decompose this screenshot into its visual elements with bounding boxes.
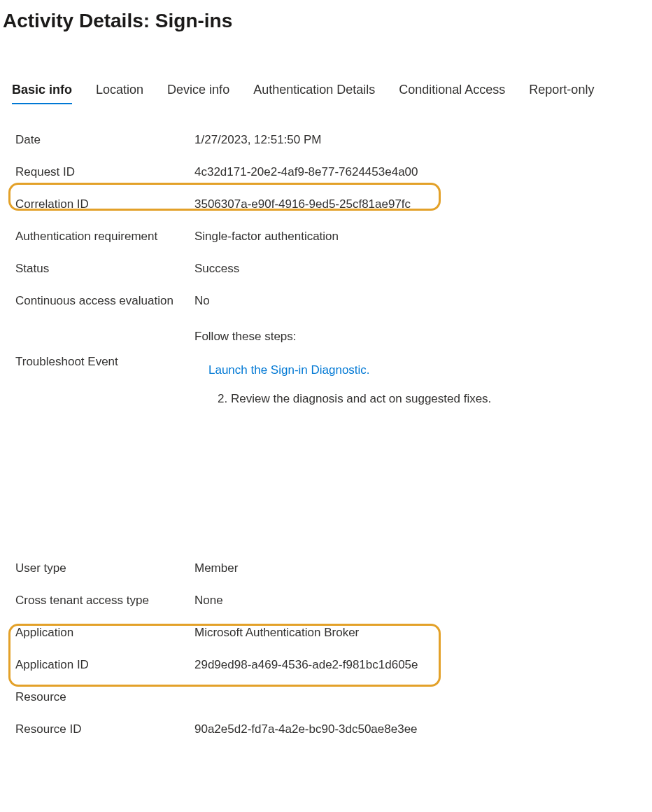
cae-value: No — [194, 294, 210, 308]
tab-authentication-details[interactable]: Authentication Details — [253, 83, 375, 103]
tab-conditional-access[interactable]: Conditional Access — [399, 83, 505, 103]
row-correlation-id: Correlation ID 3506307a-e90f-4916-9ed5-2… — [15, 188, 652, 220]
correlation-id-label: Correlation ID — [15, 197, 194, 211]
row-authentication-requirement: Authentication requirement Single-factor… — [15, 220, 652, 253]
cross-tenant-label: Cross tenant access type — [15, 594, 194, 608]
launch-sign-in-diagnostic-link[interactable]: Launch the Sign-in Diagnostic. — [201, 363, 370, 377]
section-basic-info-top: Date 1/27/2023, 12:51:50 PM Request ID 4… — [15, 124, 652, 414]
cae-label: Continuous access evaluation — [15, 294, 194, 308]
row-application-id: Application ID 29d9ed98-a469-4536-ade2-f… — [15, 649, 652, 681]
row-date: Date 1/27/2023, 12:51:50 PM — [15, 124, 652, 156]
row-cross-tenant-access-type: Cross tenant access type None — [15, 584, 652, 617]
application-id-label: Application ID — [15, 658, 194, 672]
correlation-id-value: 3506307a-e90f-4916-9ed5-25cf81ae97fc — [194, 197, 411, 211]
auth-req-label: Authentication requirement — [15, 230, 194, 244]
application-value: Microsoft Authentication Broker — [194, 626, 359, 640]
auth-req-value: Single-factor authentication — [194, 230, 339, 244]
application-id-value: 29d9ed98-a469-4536-ade2-f981bc1d605e — [194, 658, 418, 672]
row-request-id: Request ID 4c32d171-20e2-4af9-8e77-76244… — [15, 156, 652, 188]
row-resource-id: Resource ID 90a2e5d2-fd7a-4a2e-bc90-3dc5… — [15, 713, 652, 746]
date-label: Date — [15, 133, 194, 147]
resource-id-value: 90a2e5d2-fd7a-4a2e-bc90-3dc50ae8e3ee — [194, 722, 418, 736]
status-label: Status — [15, 262, 194, 276]
resource-id-label: Resource ID — [15, 722, 194, 736]
row-application: Application Microsoft Authentication Bro… — [15, 617, 652, 649]
section-basic-info-bottom: User type Member Cross tenant access typ… — [15, 552, 652, 746]
request-id-value: 4c32d171-20e2-4af9-8e77-7624453e4a00 — [194, 165, 418, 179]
tab-location[interactable]: Location — [96, 83, 143, 103]
date-value: 1/27/2023, 12:51:50 PM — [194, 133, 321, 147]
application-label: Application — [15, 626, 194, 640]
troubleshoot-label: Troubleshoot Event — [15, 355, 194, 369]
request-id-label: Request ID — [15, 165, 194, 179]
user-type-label: User type — [15, 561, 194, 575]
page-title: Activity Details: Sign-ins — [3, 10, 652, 32]
user-type-value: Member — [194, 561, 238, 575]
resource-label: Resource — [15, 690, 194, 704]
row-user-type: User type Member — [15, 552, 652, 584]
row-resource: Resource — [15, 681, 652, 713]
cross-tenant-value: None — [194, 594, 223, 608]
troubleshoot-block: Troubleshoot Event Follow these steps: L… — [15, 330, 652, 414]
row-status: Status Success — [15, 253, 652, 285]
tab-basic-info[interactable]: Basic info — [12, 83, 72, 103]
tab-report-only[interactable]: Report-only — [529, 83, 594, 103]
tabs: Basic info Location Device info Authenti… — [12, 83, 652, 103]
row-continuous-access-evaluation: Continuous access evaluation No — [15, 285, 652, 317]
tab-device-info[interactable]: Device info — [167, 83, 229, 103]
troubleshoot-step-2: Review the diagnosis and act on suggeste… — [231, 385, 491, 414]
troubleshoot-intro: Follow these steps: — [194, 330, 491, 344]
status-value: Success — [194, 262, 239, 276]
